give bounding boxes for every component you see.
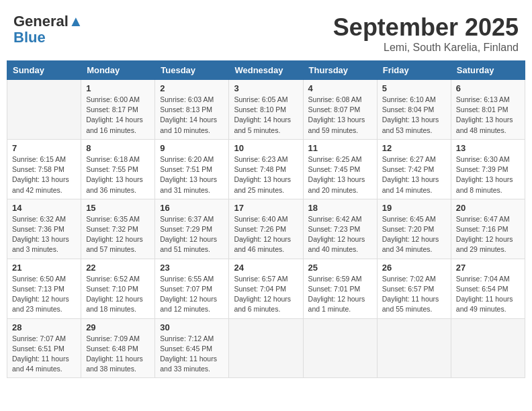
day-number: 4 (308, 83, 372, 93)
calendar-body: 1Sunrise: 6:00 AMSunset: 8:17 PMDaylight… (7, 80, 525, 378)
day-number: 24 (234, 263, 298, 273)
day-info: Sunrise: 6:08 AMSunset: 8:07 PMDaylight:… (308, 95, 372, 136)
location-title: Lemi, South Karelia, Finland (333, 42, 519, 54)
calendar-day-cell: 5Sunrise: 6:10 AMSunset: 8:04 PMDaylight… (377, 80, 451, 140)
day-number: 10 (234, 143, 298, 153)
calendar-day-cell: 6Sunrise: 6:13 AMSunset: 8:01 PMDaylight… (451, 80, 525, 140)
day-number: 27 (456, 263, 520, 273)
calendar-day-cell: 25Sunrise: 6:59 AMSunset: 7:01 PMDayligh… (303, 259, 377, 318)
day-number: 14 (12, 203, 76, 213)
calendar-day-cell: 12Sunrise: 6:27 AMSunset: 7:42 PMDayligh… (377, 139, 451, 199)
calendar-day-cell: 9Sunrise: 6:20 AMSunset: 7:51 PMDaylight… (155, 139, 229, 199)
calendar-day-cell: 11Sunrise: 6:25 AMSunset: 7:45 PMDayligh… (303, 139, 377, 199)
calendar-header-row: SundayMondayTuesdayWednesdayThursdayFrid… (7, 61, 525, 80)
calendar-day-cell (377, 318, 451, 378)
day-info: Sunrise: 6:13 AMSunset: 8:01 PMDaylight:… (456, 95, 520, 136)
day-number: 16 (160, 203, 224, 213)
calendar-header-cell: Monday (81, 61, 155, 80)
day-info: Sunrise: 6:00 AMSunset: 8:17 PMDaylight:… (86, 95, 150, 136)
day-number: 26 (382, 263, 446, 273)
day-info: Sunrise: 6:37 AMSunset: 7:29 PMDaylight:… (160, 214, 224, 255)
day-number: 2 (160, 83, 224, 93)
day-info: Sunrise: 6:45 AMSunset: 7:20 PMDaylight:… (382, 214, 446, 255)
calendar-header-cell: Tuesday (155, 61, 229, 80)
day-info: Sunrise: 6:03 AMSunset: 8:13 PMDaylight:… (160, 95, 224, 136)
calendar-week-row: 1Sunrise: 6:00 AMSunset: 8:17 PMDaylight… (7, 80, 525, 140)
calendar-day-cell (303, 318, 377, 378)
calendar-day-cell (7, 80, 81, 140)
day-info: Sunrise: 6:35 AMSunset: 7:32 PMDaylight:… (86, 214, 150, 255)
calendar-day-cell: 19Sunrise: 6:45 AMSunset: 7:20 PMDayligh… (377, 199, 451, 259)
calendar-table: SundayMondayTuesdayWednesdayThursdayFrid… (7, 60, 525, 378)
day-number: 30 (160, 322, 224, 332)
day-number: 6 (456, 83, 520, 93)
day-number: 5 (382, 83, 446, 93)
day-info: Sunrise: 6:57 AMSunset: 7:04 PMDaylight:… (234, 274, 298, 315)
day-info: Sunrise: 6:25 AMSunset: 7:45 PMDaylight:… (308, 154, 372, 195)
day-number: 29 (86, 322, 150, 332)
day-number: 8 (86, 143, 150, 153)
day-number: 23 (160, 263, 224, 273)
calendar-header-cell: Friday (377, 61, 451, 80)
day-number: 22 (86, 263, 150, 273)
day-number: 18 (308, 203, 372, 213)
calendar-day-cell: 2Sunrise: 6:03 AMSunset: 8:13 PMDaylight… (155, 80, 229, 140)
day-info: Sunrise: 6:18 AMSunset: 7:55 PMDaylight:… (86, 154, 150, 195)
calendar-day-cell: 16Sunrise: 6:37 AMSunset: 7:29 PMDayligh… (155, 199, 229, 259)
day-info: Sunrise: 6:50 AMSunset: 7:13 PMDaylight:… (12, 274, 76, 315)
day-number: 25 (308, 263, 372, 273)
day-number: 3 (234, 83, 298, 93)
day-info: Sunrise: 6:47 AMSunset: 7:16 PMDaylight:… (456, 214, 520, 255)
day-number: 15 (86, 203, 150, 213)
calendar-day-cell: 26Sunrise: 7:02 AMSunset: 6:57 PMDayligh… (377, 259, 451, 318)
day-info: Sunrise: 6:55 AMSunset: 7:07 PMDaylight:… (160, 274, 224, 315)
calendar-day-cell: 15Sunrise: 6:35 AMSunset: 7:32 PMDayligh… (81, 199, 155, 259)
day-info: Sunrise: 6:52 AMSunset: 7:10 PMDaylight:… (86, 274, 150, 315)
calendar-day-cell (229, 318, 303, 378)
calendar-day-cell: 18Sunrise: 6:42 AMSunset: 7:23 PMDayligh… (303, 199, 377, 259)
calendar-day-cell: 20Sunrise: 6:47 AMSunset: 7:16 PMDayligh… (451, 199, 525, 259)
calendar-day-cell: 1Sunrise: 6:00 AMSunset: 8:17 PMDaylight… (81, 80, 155, 140)
calendar-week-row: 14Sunrise: 6:32 AMSunset: 7:36 PMDayligh… (7, 199, 525, 259)
day-number: 9 (160, 143, 224, 153)
calendar-header-cell: Sunday (7, 61, 81, 80)
day-number: 1 (86, 83, 150, 93)
day-info: Sunrise: 6:27 AMSunset: 7:42 PMDaylight:… (382, 154, 446, 195)
day-info: Sunrise: 6:32 AMSunset: 7:36 PMDaylight:… (12, 214, 76, 255)
calendar-day-cell: 22Sunrise: 6:52 AMSunset: 7:10 PMDayligh… (81, 259, 155, 318)
day-number: 12 (382, 143, 446, 153)
day-info: Sunrise: 6:40 AMSunset: 7:26 PMDaylight:… (234, 214, 298, 255)
logo-blue: Blue (13, 29, 46, 46)
calendar-day-cell: 14Sunrise: 6:32 AMSunset: 7:36 PMDayligh… (7, 199, 81, 259)
day-info: Sunrise: 6:59 AMSunset: 7:01 PMDaylight:… (308, 274, 372, 315)
day-info: Sunrise: 6:42 AMSunset: 7:23 PMDaylight:… (308, 214, 372, 255)
calendar-header-cell: Thursday (303, 61, 377, 80)
day-number: 17 (234, 203, 298, 213)
calendar-day-cell: 4Sunrise: 6:08 AMSunset: 8:07 PMDaylight… (303, 80, 377, 140)
day-info: Sunrise: 7:12 AMSunset: 6:45 PMDaylight:… (160, 334, 224, 375)
logo: General▲ Blue (13, 13, 83, 46)
calendar-day-cell: 28Sunrise: 7:07 AMSunset: 6:51 PMDayligh… (7, 318, 81, 378)
calendar-week-row: 7Sunrise: 6:15 AMSunset: 7:58 PMDaylight… (7, 139, 525, 199)
calendar-header-cell: Wednesday (229, 61, 303, 80)
day-info: Sunrise: 7:09 AMSunset: 6:48 PMDaylight:… (86, 334, 150, 375)
day-number: 28 (12, 322, 76, 332)
calendar-day-cell: 23Sunrise: 6:55 AMSunset: 7:07 PMDayligh… (155, 259, 229, 318)
title-block: September 2025 Lemi, South Karelia, Finl… (333, 13, 519, 54)
logo-icon: ▲ (69, 13, 83, 30)
calendar-day-cell: 24Sunrise: 6:57 AMSunset: 7:04 PMDayligh… (229, 259, 303, 318)
calendar-day-cell (451, 318, 525, 378)
calendar-day-cell: 10Sunrise: 6:23 AMSunset: 7:48 PMDayligh… (229, 139, 303, 199)
calendar-header-cell: Saturday (451, 61, 525, 80)
calendar-day-cell: 3Sunrise: 6:05 AMSunset: 8:10 PMDaylight… (229, 80, 303, 140)
calendar-day-cell: 27Sunrise: 7:04 AMSunset: 6:54 PMDayligh… (451, 259, 525, 318)
calendar-week-row: 21Sunrise: 6:50 AMSunset: 7:13 PMDayligh… (7, 259, 525, 318)
logo-general: General (13, 13, 69, 30)
page-header: General▲ Blue September 2025 Lemi, South… (7, 7, 525, 57)
day-number: 21 (12, 263, 76, 273)
day-info: Sunrise: 6:23 AMSunset: 7:48 PMDaylight:… (234, 154, 298, 195)
day-info: Sunrise: 6:05 AMSunset: 8:10 PMDaylight:… (234, 95, 298, 136)
day-info: Sunrise: 6:10 AMSunset: 8:04 PMDaylight:… (382, 95, 446, 136)
day-number: 7 (12, 143, 76, 153)
day-info: Sunrise: 6:20 AMSunset: 7:51 PMDaylight:… (160, 154, 224, 195)
